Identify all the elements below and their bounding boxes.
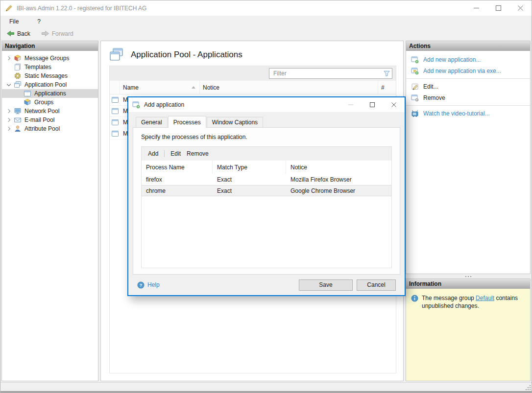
sidebar-item-label: Network Pool — [24, 108, 59, 115]
chevron-right-icon[interactable] — [5, 116, 13, 124]
navigation-header: Navigation — [2, 41, 98, 51]
app-window: IBI-aws Admin 1.22.0 - registered for IB… — [0, 0, 532, 393]
info-icon — [411, 295, 418, 375]
chevron-right-icon[interactable] — [5, 107, 13, 115]
sidebar-item-groups[interactable]: Groups — [2, 98, 98, 107]
dialog-close-icon[interactable] — [383, 97, 405, 112]
menu-help[interactable]: ? — [33, 17, 45, 26]
column-count[interactable]: # — [378, 81, 396, 94]
processes-caption: Specify the processes of this applicatio… — [141, 134, 392, 140]
minimize-icon[interactable] — [465, 0, 487, 16]
help-icon: ? — [137, 281, 145, 289]
separator — [164, 150, 165, 157]
match-type-cell: Exact — [213, 187, 286, 194]
panel-splitter[interactable] — [406, 274, 531, 278]
sidebar-item-label: Attribute Pool — [24, 125, 60, 132]
actions-header: Actions — [406, 41, 530, 51]
cancel-button[interactable]: Cancel — [357, 279, 396, 291]
back-button[interactable]: Back — [4, 29, 32, 38]
process-edit-button[interactable]: Edit — [170, 150, 181, 157]
application-pool-icon — [14, 81, 22, 89]
filter-input[interactable] — [269, 69, 381, 78]
dialog-tabs: General Processes Window Captions — [136, 116, 400, 127]
column-match-type[interactable]: Match Type — [213, 161, 286, 174]
table-header-row: Name Notice # — [110, 81, 396, 94]
chevron-right-icon[interactable] — [5, 125, 13, 133]
application-name: M — [120, 130, 128, 137]
help-link[interactable]: ? Help — [137, 281, 160, 289]
sidebar-item-label: Static Messages — [24, 72, 68, 79]
menu-file[interactable]: File — [5, 17, 23, 26]
save-button[interactable]: Save — [299, 279, 353, 291]
process-name-cell: firefox — [142, 176, 213, 183]
add-new-application-via-exe-link[interactable]: Add new application via exe... — [406, 65, 530, 76]
sidebar-item-attribute-pool[interactable]: Attribute Pool — [2, 124, 98, 133]
tab-processes[interactable]: Processes — [168, 116, 206, 128]
filter-icon[interactable] — [381, 70, 392, 77]
tab-window-captions[interactable]: Window Captions — [207, 117, 263, 127]
help-label: Help — [147, 281, 160, 288]
process-row[interactable]: chrome Exact Google Chrome Browser — [142, 185, 391, 196]
tab-general[interactable]: General — [136, 117, 168, 127]
column-notice[interactable]: Notice — [199, 81, 378, 94]
processes-header-row: Process Name Match Type Notice — [142, 161, 391, 174]
processes-table: Process Name Match Type Notice firefox E… — [142, 161, 391, 268]
sidebar-item-label: Applications — [34, 90, 66, 97]
chevron-right-icon[interactable] — [5, 54, 13, 62]
add-new-application-link[interactable]: Add new application... — [406, 54, 530, 65]
video-tutorial-icon — [411, 110, 419, 117]
sidebar-item-network-pool[interactable]: Network Pool — [2, 107, 98, 116]
dialog-maximize-icon[interactable] — [362, 97, 383, 112]
sidebar-item-message-groups[interactable]: Message Groups — [2, 54, 98, 63]
info-message: The message group Default contains unpub… — [422, 295, 522, 375]
static-messages-icon — [14, 72, 22, 80]
application-window-icon — [110, 107, 120, 115]
add-application-icon — [411, 56, 419, 64]
process-row[interactable]: firefox Exact Mozilla Firefox Browser — [142, 174, 391, 185]
window-title: IBI-aws Admin 1.22.0 - registered for IB… — [17, 5, 465, 12]
close-icon[interactable] — [509, 0, 532, 16]
maximize-icon[interactable] — [487, 0, 509, 16]
application-window-icon — [110, 130, 120, 138]
match-type-cell: Exact — [213, 176, 286, 183]
information-panel: Information The message group Default co… — [406, 278, 531, 381]
resize-grip-icon[interactable] — [525, 384, 532, 391]
menu-bar: File ? — [0, 16, 532, 27]
processes-tab-page: Specify the processes of this applicatio… — [133, 127, 400, 275]
column-notice[interactable]: Notice — [286, 161, 391, 174]
forward-button[interactable]: Forward — [39, 29, 75, 38]
edit-link[interactable]: Edit... — [406, 81, 530, 92]
application-pool-page-icon — [109, 47, 124, 62]
sidebar-item-templates[interactable]: Templates — [2, 63, 98, 71]
notice-cell: Google Chrome Browser — [286, 187, 391, 194]
sidebar-item-static-messages[interactable]: Static Messages — [2, 71, 98, 80]
email-pool-icon — [14, 116, 22, 124]
column-name[interactable]: Name — [120, 81, 199, 94]
separator — [406, 78, 530, 79]
information-header: Information — [406, 279, 530, 289]
sidebar-item-label: Message Groups — [24, 55, 69, 62]
process-add-button[interactable]: Add — [148, 150, 158, 157]
add-application-exe-icon — [411, 67, 419, 75]
application-name: M — [120, 108, 128, 115]
main-toolbar: Back Forward — [0, 27, 532, 40]
process-remove-button[interactable]: Remove — [187, 150, 209, 157]
forward-arrow-icon — [41, 30, 49, 37]
sidebar-item-application-pool[interactable]: Application Pool — [2, 80, 98, 89]
remove-icon — [411, 94, 419, 102]
process-name-cell: chrome — [142, 187, 213, 194]
watch-video-tutorial-link[interactable]: Watch the video-tutorial... — [406, 108, 530, 119]
back-label: Back — [17, 30, 30, 37]
navigation-panel: Navigation Message Groups Templates Stat… — [1, 41, 98, 381]
sidebar-item-applications[interactable]: Applications — [2, 89, 98, 98]
default-message-group-link[interactable]: Default — [476, 295, 494, 301]
filter-bar — [110, 66, 396, 81]
sidebar-item-email-pool[interactable]: E-mail Pool — [2, 116, 98, 124]
dialog-minimize-icon[interactable] — [340, 97, 362, 112]
add-application-dialog: Add application General Processes Window… — [127, 96, 406, 296]
app-logo-icon — [5, 4, 13, 12]
chevron-down-icon[interactable] — [5, 81, 13, 89]
application-name: M — [120, 96, 128, 103]
column-process-name[interactable]: Process Name — [142, 161, 213, 174]
remove-link[interactable]: Remove — [406, 92, 530, 103]
